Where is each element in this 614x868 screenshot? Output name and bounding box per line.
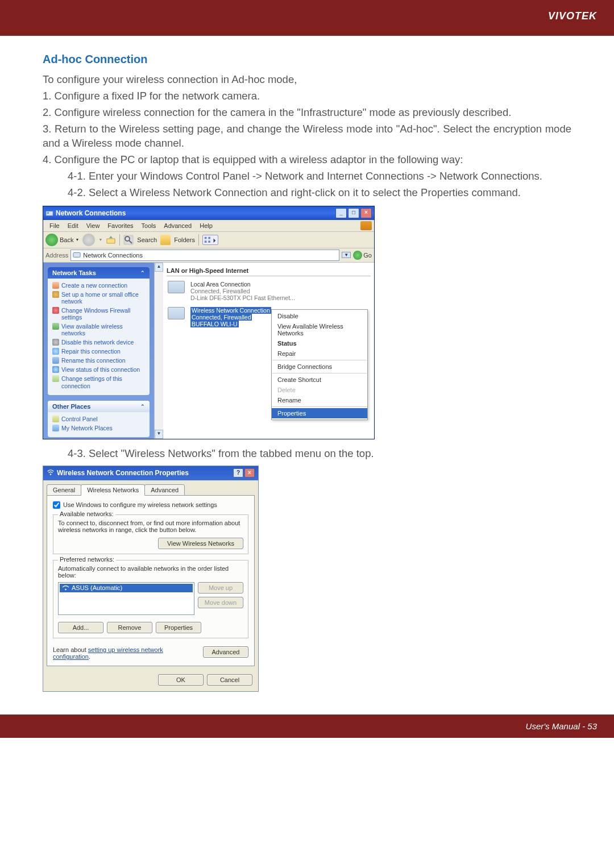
cancel-button[interactable]: Cancel [207, 674, 252, 686]
place-network-places[interactable]: My Network Places [52, 423, 145, 433]
wcn-properties-dialog: Wireless Network Connection Properties ?… [43, 466, 259, 692]
use-windows-checkbox[interactable] [53, 501, 60, 509]
learn-text: Learn about setting up wireless network … [53, 646, 198, 660]
svg-rect-6 [208, 237, 210, 239]
task-firewall[interactable]: Change Windows Firewall settings [52, 306, 145, 322]
fwd-dropdown-icon: ▼ [98, 238, 102, 242]
menu-view[interactable]: View [82, 221, 104, 230]
views-button[interactable] [202, 235, 218, 245]
remove-button[interactable]: Remove [107, 622, 152, 633]
svg-rect-5 [205, 240, 207, 243]
intro-text: To configure your wireless connection in… [43, 73, 571, 87]
section-title: Ad-hoc Connection [43, 53, 571, 66]
wnc-name: Wireless Network Connection [190, 307, 271, 314]
view-wireless-networks-button[interactable]: View Wireless Networks [158, 538, 243, 549]
menu-tools[interactable]: Tools [138, 221, 160, 230]
other-places-header[interactable]: Other Places ⌃ [48, 401, 150, 412]
go-button[interactable]: Go [353, 251, 372, 260]
task-disable[interactable]: Disable this network device [52, 338, 145, 347]
address-dropdown[interactable]: ▼ [342, 252, 351, 258]
task-repair[interactable]: Repair this connection [52, 347, 145, 356]
tab-general[interactable]: General [47, 484, 81, 496]
preferred-legend: Preferred networks: [58, 556, 116, 563]
window-buttons: _ □ × [335, 208, 372, 218]
svg-line-3 [129, 240, 132, 243]
side-scrollbar[interactable]: ▲ ▼ [154, 263, 163, 439]
maximize-button[interactable]: □ [348, 208, 359, 218]
task-create-connection[interactable]: Create a new connection [52, 281, 145, 290]
advanced-button[interactable]: Advanced [203, 646, 248, 658]
close-button[interactable]: × [360, 208, 372, 218]
ctx-status[interactable]: Status [272, 338, 367, 348]
address-icon [73, 251, 81, 260]
address-label: Address [45, 252, 68, 259]
menu-advanced[interactable]: Advanced [160, 221, 196, 230]
back-button[interactable]: Back ▼ [45, 234, 79, 246]
preferred-networks-group: Preferred networks: Automatically connec… [53, 560, 248, 638]
address-field[interactable]: Network Connections [70, 250, 339, 261]
preferred-item[interactable]: ASUS (Automatic) [60, 584, 193, 592]
win-titlebar[interactable]: Network Connections _ □ × [43, 206, 374, 220]
properties-button[interactable]: Properties [156, 622, 201, 633]
ctx-disable[interactable]: Disable [272, 311, 367, 321]
other-places-group: Other Places ⌃ Control Panel My Network … [48, 401, 150, 437]
step-1: 1. Configure a fixed IP for the network … [43, 89, 571, 103]
search-icon [123, 235, 134, 245]
task-setup-network[interactable]: Set up a home or small office network [52, 290, 145, 306]
wnc-device: BUFFALO WLI-U [190, 321, 239, 327]
available-networks-group: Available networks: To connect to, disco… [53, 514, 248, 554]
dialog-titlebar[interactable]: Wireless Network Connection Properties ?… [43, 466, 258, 480]
preferred-listbox[interactable]: ASUS (Automatic) [58, 582, 194, 615]
ok-button[interactable]: OK [158, 674, 204, 686]
task-settings[interactable]: Change settings of this connection [52, 374, 145, 390]
available-desc: To connect to, disconnect from, or find … [58, 520, 243, 533]
go-label: Go [363, 252, 372, 259]
scroll-down-button[interactable]: ▼ [155, 430, 163, 439]
menu-file[interactable]: File [45, 221, 64, 230]
dialog-close-button[interactable]: × [244, 468, 255, 477]
menu-help[interactable]: Help [196, 221, 217, 230]
scroll-up-button[interactable]: ▲ [155, 263, 163, 272]
back-icon [45, 234, 58, 246]
move-up-button: Move up [198, 582, 243, 593]
menu-favorites[interactable]: Favorites [103, 221, 137, 230]
network-tasks-title: Network Tasks [52, 269, 96, 276]
svg-point-9 [50, 474, 52, 475]
page-header: VIVOTEK [0, 0, 614, 32]
ctx-repair[interactable]: Repair [272, 348, 367, 359]
lac-status: Connected, Firewalled [190, 288, 295, 294]
use-windows-checkbox-row[interactable]: Use Windows to configure my wireless net… [53, 501, 248, 509]
task-rename[interactable]: Rename this connection [52, 356, 145, 365]
svg-point-10 [65, 588, 67, 590]
ctx-bridge[interactable]: Bridge Connections [272, 362, 367, 372]
lan-icon [168, 281, 187, 300]
menu-edit[interactable]: Edit [64, 221, 82, 230]
minimize-button[interactable]: _ [335, 208, 347, 218]
page-footer: User's Manual - 53 [0, 715, 614, 738]
windows-flag-icon [360, 221, 372, 230]
tab-advanced[interactable]: Advanced [144, 484, 185, 496]
wireless-icon [168, 307, 187, 326]
folders-label[interactable]: Folders [174, 236, 195, 243]
network-tasks-header[interactable]: Network Tasks ⌃ [48, 267, 150, 279]
step-4-3: 4-3. Select "Wireless Networks" from the… [68, 447, 571, 460]
task-status[interactable]: View status of this connection [52, 365, 145, 374]
search-label[interactable]: Search [137, 236, 157, 243]
place-control-panel[interactable]: Control Panel [52, 414, 145, 423]
connection-lac[interactable]: Local Area Connection Connected, Firewal… [167, 280, 371, 306]
help-button[interactable]: ? [233, 468, 243, 477]
ctx-properties[interactable]: Properties [272, 408, 367, 418]
task-view-wireless[interactable]: View available wireless networks [52, 322, 145, 338]
forward-button[interactable] [82, 234, 95, 246]
tab-wireless-networks[interactable]: Wireless Networks [81, 484, 145, 496]
go-icon [353, 251, 362, 260]
up-button[interactable] [106, 235, 116, 245]
add-button[interactable]: Add... [58, 622, 103, 633]
ctx-view-available[interactable]: View Available Wireless Networks [272, 321, 367, 338]
page-content: Ad-hoc Connection To configure your wire… [0, 53, 614, 692]
category-header: LAN or High-Speed Internet [167, 266, 371, 276]
collapse-icon: ⌃ [140, 270, 145, 276]
network-tasks-group: Network Tasks ⌃ Create a new connection … [48, 267, 150, 395]
ctx-rename[interactable]: Rename [272, 395, 367, 405]
ctx-shortcut[interactable]: Create Shortcut [272, 375, 367, 385]
